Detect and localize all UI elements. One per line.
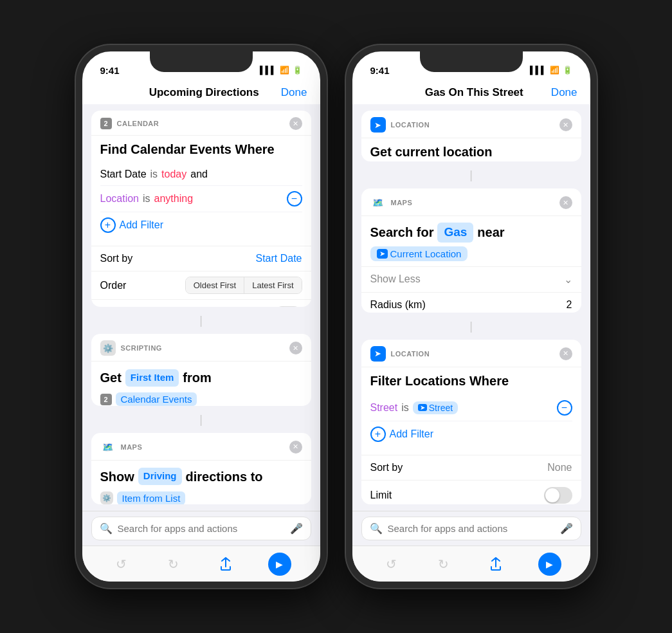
location-sort-label: Sort by — [370, 462, 403, 473]
maps-card-header: 🗺️ MAPS ✕ — [91, 433, 311, 461]
street-token[interactable]: ➤ Street — [413, 401, 458, 414]
near-text: near — [477, 223, 504, 242]
done-button-1[interactable]: Done — [281, 86, 307, 99]
signal-icon: ▌▌▌ — [260, 66, 277, 75]
search-input-1[interactable] — [118, 523, 285, 534]
status-icons-2: ▌▌▌ 📶 🔋 — [530, 66, 572, 75]
notch-1 — [150, 51, 253, 72]
redo-button-2[interactable]: ↻ — [433, 554, 454, 574]
phone-1: 9:41 ▌▌▌ 📶 🔋 Upcoming Directions Done 2 … — [76, 45, 327, 588]
start-date-label: Start Date — [100, 169, 147, 180]
scripting-header-label: SCRIPTING — [121, 344, 284, 352]
scripting-from-text: from — [183, 368, 211, 387]
maps-directions-text: directions to — [186, 467, 263, 486]
driving-token[interactable]: Driving — [138, 468, 182, 485]
location-limit-label: Limit — [370, 490, 392, 501]
location-get-card: ➤ LOCATION ✕ Get current location — [361, 111, 581, 161]
calendar-events-badge: 2 — [100, 394, 112, 405]
redo-button-1[interactable]: ↻ — [163, 554, 184, 574]
location-filter-card: ➤ LOCATION ✕ Filter Locations Where Stre… — [361, 340, 581, 504]
location-filter-header-label: LOCATION — [391, 350, 554, 358]
calendar-add-filter-button[interactable]: + Add Filter — [100, 212, 302, 238]
connector-3: | — [361, 168, 581, 182]
search-icon-1: 🔍 — [100, 522, 113, 535]
show-less-label[interactable]: Show Less — [370, 273, 421, 285]
maps-search-title: Search for Gas near — [361, 216, 581, 245]
location-add-filter-button[interactable]: + Add Filter — [370, 421, 572, 447]
calendar-close-button[interactable]: ✕ — [289, 117, 302, 130]
location-limit-row: Limit — [361, 480, 581, 504]
location-value[interactable]: anything — [154, 193, 194, 205]
order-buttons: Oldest First Latest First — [185, 277, 302, 294]
maps-search-close-button[interactable]: ✕ — [559, 196, 572, 209]
location-arrow-icon: ➤ — [377, 249, 388, 259]
location-filter-title: Filter Locations Where — [361, 367, 581, 392]
scripting-close-button[interactable]: ✕ — [289, 342, 302, 354]
calendar-events-token[interactable]: Calendar Events — [116, 392, 197, 405]
search-input-2[interactable] — [388, 523, 555, 534]
share-button-1[interactable] — [215, 554, 236, 574]
nav-bar-1: Upcoming Directions Done — [82, 84, 320, 104]
location-sort-value[interactable]: None — [547, 462, 572, 473]
share-button-2[interactable] — [486, 554, 506, 574]
calendar-card-body: Start Date is today and Location is anyt… — [91, 161, 311, 246]
bottom-search-2: 🔍 🎤 — [352, 511, 590, 546]
maps-show-text: Show — [100, 467, 134, 486]
undo-button-1[interactable]: ↺ — [111, 554, 131, 574]
show-less-row: Show Less ⌄ — [361, 266, 581, 292]
first-item-token[interactable]: First Item — [125, 369, 179, 387]
current-location-token[interactable]: ➤ Current Location — [370, 246, 468, 261]
street-minus-button[interactable]: − — [557, 400, 572, 416]
maps-search-card: 🗺️ MAPS ✕ Search for Gas near ➤ Current … — [361, 188, 581, 313]
scripting-card-header: ⚙️ SCRIPTING ✕ — [91, 334, 311, 362]
maps-token-row: ⚙️ Item from List — [91, 489, 311, 504]
bottom-search-1: 🔍 🎤 — [82, 511, 320, 546]
play-button-1[interactable]: ▶ — [268, 553, 291, 576]
location-filter-body: Street is ➤ Street − + Add Filter — [361, 392, 581, 455]
scripting-card-title: Get First Item from — [91, 362, 311, 390]
mic-icon-2[interactable]: 🎤 — [560, 522, 573, 535]
done-button-2[interactable]: Done — [551, 86, 577, 99]
wifi-icon: 📶 — [280, 66, 289, 75]
nav-title-2: Gas On This Street — [425, 86, 523, 99]
latest-first-button[interactable]: Latest First — [244, 277, 301, 293]
location-add-filter-label: Add Filter — [390, 428, 433, 440]
maps-search-header-label: MAPS — [391, 199, 554, 206]
location-get-title: Get current location — [361, 138, 581, 161]
current-location-row: ➤ Current Location — [361, 245, 581, 266]
search-bar-1: 🔍 🎤 — [91, 517, 311, 540]
nav-title-1: Upcoming Directions — [149, 86, 259, 99]
scripting-get-text: Get — [100, 368, 122, 387]
location-label-purple: Location — [100, 193, 140, 205]
status-time-2: 9:41 — [370, 65, 390, 76]
location-get-header: ➤ LOCATION ✕ — [361, 111, 581, 138]
undo-button-2[interactable]: ↺ — [381, 554, 401, 574]
search-icon-2: 🔍 — [370, 522, 383, 535]
sort-value[interactable]: Start Date — [255, 253, 302, 264]
phone-2: 9:41 ▌▌▌ 📶 🔋 Gas On This Street Done ➤ L… — [346, 45, 597, 588]
street-filter-row: Street is ➤ Street − — [370, 395, 572, 421]
play-button-2[interactable]: ▶ — [538, 553, 561, 576]
radius-value[interactable]: 2 — [567, 299, 572, 311]
search-for-text: Search for — [370, 223, 434, 242]
limit-row: Limit — [91, 299, 311, 307]
maps-close-button[interactable]: ✕ — [289, 441, 302, 454]
scripting-action-card: ⚙️ SCRIPTING ✕ Get First Item from 2 Cal… — [91, 334, 311, 405]
mic-icon-1[interactable]: 🎤 — [290, 522, 303, 535]
calendar-card-header: 2 CALENDAR ✕ — [91, 111, 311, 136]
maps-icon-1: 🗺️ — [100, 439, 116, 455]
start-date-value[interactable]: today — [161, 169, 186, 180]
order-label: Order — [100, 280, 127, 291]
location-filter-close-button[interactable]: ✕ — [559, 347, 572, 360]
location-limit-toggle[interactable] — [544, 487, 572, 504]
street-token-text: Street — [429, 403, 453, 413]
location-minus-button[interactable]: − — [287, 191, 302, 206]
item-from-list-token[interactable]: Item from List — [117, 491, 186, 504]
location-get-close-button[interactable]: ✕ — [559, 118, 572, 131]
radius-label: Radius (km) — [370, 299, 426, 311]
start-date-filter-row: Start Date is today and — [100, 163, 302, 186]
limit-toggle[interactable] — [274, 306, 302, 307]
gas-token[interactable]: Gas — [437, 223, 473, 243]
start-date-and: and — [190, 169, 208, 180]
oldest-first-button[interactable]: Oldest First — [186, 277, 244, 293]
